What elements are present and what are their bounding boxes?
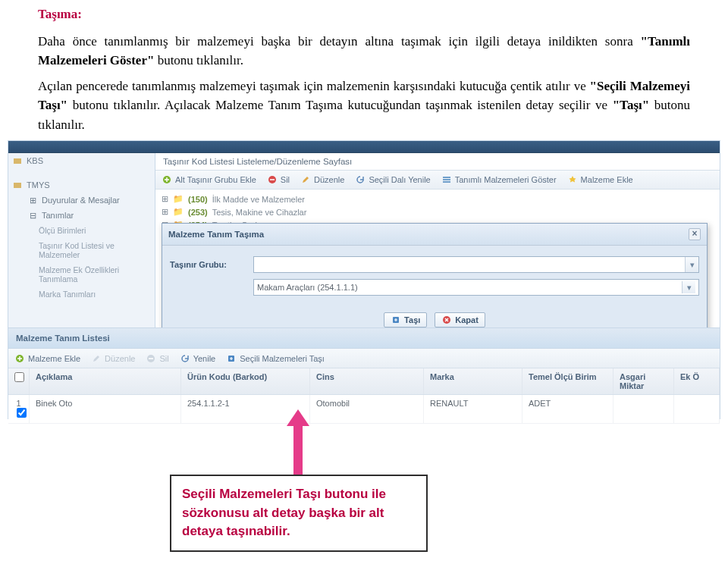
cell-aciklama: Binek Oto: [30, 395, 181, 423]
close-icon: [441, 315, 452, 325]
expand-icon[interactable]: ⊞: [162, 207, 168, 217]
col-marka[interactable]: Marka: [424, 368, 522, 394]
list-icon: [441, 174, 452, 185]
cell-olcu: ADET: [522, 395, 613, 423]
tree-label: Tesis, Makine ve Cihazlar: [212, 208, 307, 217]
minus-circle-icon: [267, 174, 278, 185]
lower-header: Malzeme Tanım Listesi: [8, 328, 720, 349]
tree-count: (150): [188, 195, 208, 204]
sidebar-item-label: TMYS: [27, 180, 50, 190]
col-olcu[interactable]: Temel Ölçü Birim: [522, 368, 613, 394]
text: Açılan pencerede tanımlanmış malzemeyi t…: [38, 79, 590, 93]
sidebar-item-olcu[interactable]: Ölçü Birimleri: [8, 223, 155, 238]
sidebar-item-tmys[interactable]: TMYS: [8, 177, 155, 193]
doc-para-1: Daha önce tanımlanmış bir malzemeyi başk…: [38, 32, 690, 71]
delete-button[interactable]: Sil: [267, 174, 290, 185]
annotation-callout: Seçili Malzemeleri Taşı butonu ile sözko…: [170, 475, 428, 552]
add-material-button[interactable]: Malzeme Ekle: [14, 353, 80, 364]
cell-ek: [674, 395, 720, 423]
sidebar: KBS TMYS ⊞ Duyurular & Mesajlar ⊟ Tanıml…: [8, 153, 155, 327]
move-selected-materials-button[interactable]: Seçili Malzemeleri Taşı: [226, 353, 325, 364]
sidebar-item-label: Malzeme Ek Özellikleri Tanımlama: [39, 265, 150, 284]
move-icon: [391, 315, 401, 325]
sidebar-item-duyurular[interactable]: ⊞ Duyurular & Mesajlar: [8, 193, 155, 208]
col-asgari[interactable]: Asgari Miktar: [613, 368, 674, 394]
tasi-button[interactable]: Taşı: [384, 312, 427, 327]
col-checkbox[interactable]: [8, 368, 30, 394]
star-icon: [567, 174, 578, 185]
svg-rect-4: [443, 177, 450, 178]
delete-button[interactable]: Sil: [146, 353, 168, 364]
modal-close-button[interactable]: ×: [689, 228, 701, 240]
btn-label: Malzeme Ekle: [581, 175, 633, 184]
plus-icon: ⊞: [28, 196, 37, 205]
plus-circle-icon: [162, 174, 172, 185]
btn-label: Yenile: [193, 354, 216, 363]
app-title-bar: [8, 141, 720, 153]
row-num-check[interactable]: 1: [8, 395, 30, 423]
cell-marka: RENAULT: [424, 395, 522, 423]
btn-label: Sil: [159, 354, 168, 363]
sidebar-item-label: Marka Tanımları: [39, 290, 96, 299]
chevron-down-icon: ▾: [682, 281, 695, 293]
grid-header: Açıklama Ürün Kodu (Barkod) Cins Marka T…: [8, 368, 720, 395]
move-icon: [226, 353, 237, 364]
modal-row: Taşınır Grubu: ▾: [170, 256, 699, 273]
tasinir-grubu-select[interactable]: ▾: [253, 256, 699, 273]
svg-rect-1: [14, 183, 21, 188]
btn-label: Malzeme Ekle: [28, 354, 80, 363]
tasinir-grubu-option[interactable]: Makam Araçları (254.1.1.1) ▾: [253, 279, 699, 296]
folder-icon: 📁: [173, 194, 184, 204]
expand-icon[interactable]: ⊞: [162, 194, 168, 204]
svg-rect-6: [443, 181, 450, 183]
folder-icon: [13, 156, 22, 165]
edit-button[interactable]: Düzenle: [300, 174, 344, 185]
bold: "Taşı": [613, 98, 650, 112]
table-row[interactable]: 1 Binek Oto 254.1.1.2-1 Otomobil RENAULT…: [8, 395, 720, 424]
sidebar-item-kbs[interactable]: KBS: [8, 153, 155, 168]
lower-toolbar: Malzeme Ekle Düzenle Sil Yenile Seçili M…: [8, 349, 720, 368]
lower-section: Malzeme Tanım Listesi Malzeme Ekle Düzen…: [8, 327, 720, 424]
tree-row[interactable]: ⊞ 📁 (253) Tesis, Makine ve Cihazlar: [162, 205, 714, 218]
refresh-icon: [180, 353, 190, 364]
sidebar-item-ekoz[interactable]: Malzeme Ek Özellikleri Tanımlama: [8, 262, 155, 287]
folder-icon: 📁: [173, 207, 184, 217]
chevron-down-icon: ▾: [685, 257, 698, 272]
row-checkbox[interactable]: [17, 408, 27, 418]
tree-count: (253): [188, 208, 208, 217]
modal-malzeme-tanim-tasima: Malzeme Tanım Taşıma × Taşınır Grubu: ▾ …: [162, 223, 708, 336]
sidebar-item-label: KBS: [27, 156, 43, 165]
tree-row[interactable]: ⊞ 📁 (150) İlk Madde ve Malzemeler: [162, 193, 714, 205]
show-defined-materials-button[interactable]: Tanımlı Malzemeleri Göster: [441, 174, 557, 185]
folder-icon: [13, 180, 22, 190]
text: butonu tıklanılır. Açılacak Malzeme Tanı…: [67, 98, 613, 112]
add-subgroup-button[interactable]: Alt Taşınır Grubu Ekle: [162, 174, 256, 185]
cell-asgari: [613, 395, 674, 423]
pencil-icon: [91, 353, 102, 364]
refresh-icon: [355, 174, 366, 185]
refresh-branch-button[interactable]: Seçili Dalı Yenile: [355, 174, 430, 185]
minus-circle-icon: [146, 353, 156, 364]
add-material-button[interactable]: Malzeme Ekle: [567, 174, 633, 185]
sidebar-item-marka[interactable]: Marka Tanımları: [8, 287, 155, 302]
text: Daha önce tanımlanmış bir malzemeyi başk…: [38, 34, 640, 49]
btn-label: Seçili Dalı Yenile: [369, 175, 430, 184]
sidebar-item-tasinir[interactable]: Taşınır Kod Listesi ve Malzemeler: [8, 238, 155, 262]
select-all-checkbox[interactable]: [14, 372, 24, 382]
callout-text: Seçili Malzemeleri Taşı butonu ile sözko…: [182, 487, 386, 538]
doc-heading: Taşıma:: [38, 5, 690, 24]
col-cins[interactable]: Cins: [310, 368, 424, 394]
col-ek[interactable]: Ek Ö: [674, 368, 720, 394]
col-aciklama[interactable]: Açıklama: [30, 368, 181, 394]
edit-button[interactable]: Düzenle: [91, 353, 135, 364]
btn-label: Alt Taşınır Grubu Ekle: [175, 175, 256, 184]
cell-cins: Otomobil: [310, 395, 424, 423]
sidebar-item-tanimlar[interactable]: ⊟ Tanımlar: [8, 208, 155, 223]
btn-label: Kapat: [455, 315, 479, 324]
pencil-icon: [300, 174, 311, 185]
col-urunkodu[interactable]: Ürün Kodu (Barkod): [181, 368, 310, 394]
kapat-button[interactable]: Kapat: [435, 312, 485, 327]
refresh-button[interactable]: Yenile: [180, 353, 216, 364]
modal-label: Taşınır Grubu:: [170, 260, 246, 269]
main-title: Taşınır Kod Listesi Listeleme/Düzenleme …: [155, 153, 720, 170]
